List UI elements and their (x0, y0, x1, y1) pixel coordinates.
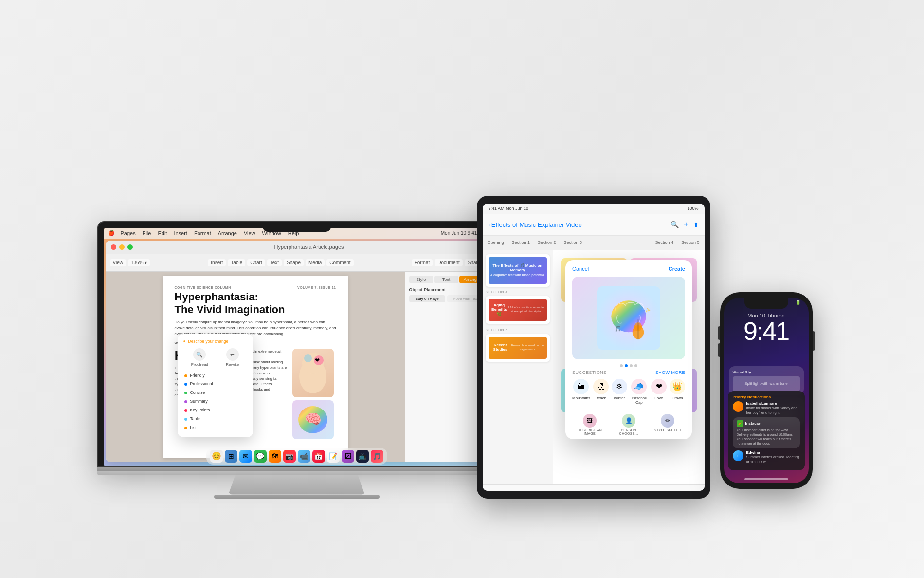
ai-writing-popup[interactable]: ✦ Describe your change 🔍 Proofread (178, 334, 253, 437)
toolbar-view[interactable]: View (110, 259, 127, 266)
ai-menu-friendly[interactable]: Friendly (182, 372, 248, 380)
ai-menu-list[interactable]: List (182, 424, 248, 432)
menu-pages[interactable]: Pages (121, 230, 136, 236)
crown-icon: 👑 (670, 379, 685, 394)
toolbar-text[interactable]: Text (267, 259, 282, 266)
proofread-btn[interactable]: 🔍 Proofread (191, 348, 208, 367)
toolbar-shape[interactable]: Shape (284, 259, 304, 266)
slide-1-thumb: The Effects of 🎵 Music on Memory A cogni… (489, 257, 547, 284)
slide-section-header: Section 4 Aging Benefits 🌿 LA Let's comp… (486, 290, 550, 324)
maximize-button[interactable] (127, 244, 133, 250)
iphone-time-display: Mon 10 Tiburon 9:41 (724, 313, 809, 344)
share-icon[interactable]: ⬆ (693, 221, 699, 228)
menu-view[interactable]: View (244, 230, 255, 236)
stay-on-page-btn[interactable]: Stay on Page (409, 295, 446, 302)
close-button[interactable] (111, 244, 116, 250)
suggestion-mountains[interactable]: 🏔 Mountains (572, 379, 590, 405)
pages-content-area: COGNITIVE SCIENCE COLUMN VOLUME 7, ISSUE… (106, 272, 488, 462)
ai-describe-label: Describe your change (188, 339, 229, 345)
dock-music[interactable]: 🎵 (371, 450, 383, 462)
minimize-button[interactable] (119, 244, 125, 250)
notif-isabella[interactable]: I Isabella Lamarre Invite for dinner wit… (733, 401, 800, 415)
show-more-btn[interactable]: SHOW MORE (655, 370, 685, 375)
dock-mail[interactable]: ✉ (239, 450, 252, 462)
modal-cancel-btn[interactable]: Cancel (572, 266, 589, 272)
tab-text[interactable]: Text (434, 276, 458, 283)
iphone-widget-row-1: Visual Sty... Split light with warm tone (729, 366, 804, 395)
person-choose-btn[interactable]: 👤 PERSON CHOOSE... (611, 414, 646, 435)
section-opening[interactable]: Opening (488, 240, 504, 245)
zoom-in-icon[interactable]: + (694, 489, 697, 491)
power-btn[interactable] (813, 331, 815, 351)
suggestion-baseball-cap[interactable]: 🧢 Baseball Cap (630, 379, 648, 405)
keynote-back-btn[interactable]: ‹ Effects of Music Explainer Video (489, 221, 582, 228)
toolbar-comment[interactable]: Comment (326, 259, 353, 266)
section-5[interactable]: Section 5 (681, 240, 700, 245)
pages-window: Hyperphantasia Article.pages View 136% ▾… (106, 241, 488, 462)
modal-create-btn[interactable]: Create (669, 266, 685, 272)
ai-menu-professional[interactable]: Professional (182, 380, 248, 389)
ai-menu-table[interactable]: Table (182, 415, 248, 424)
toolbar-table[interactable]: Table (228, 259, 245, 266)
list-label: List (190, 425, 197, 431)
style-sketch-btn[interactable]: ✏ STYLE SKETCH (650, 414, 685, 435)
dock-appletv[interactable]: 📺 (356, 450, 369, 462)
describe-image-btn[interactable]: 🖼 DESCRIBE AN IMAGE (572, 414, 607, 435)
toolbar-insert[interactable]: Insert (208, 259, 226, 266)
search-icon[interactable]: 🔍 (670, 221, 679, 228)
dock-photos2[interactable]: 🖼 (342, 450, 354, 462)
volume-up-btn[interactable] (718, 326, 720, 340)
rewrite-btn[interactable]: ↩ Rewrite (226, 348, 239, 367)
tab-style[interactable]: Style (409, 276, 434, 283)
toolbar-media[interactable]: Media (306, 259, 325, 266)
macbook-foot (214, 495, 380, 499)
dock-photos[interactable]: 📷 (283, 450, 296, 462)
play-icon[interactable]: ▶ (489, 489, 495, 491)
suggestion-love[interactable]: ❤ Love (651, 379, 667, 405)
iphone-notifications: Priority Notifications I Isabella Lamarr… (724, 391, 809, 473)
slide-4-title: Recent Studies (490, 343, 510, 352)
section-3[interactable]: Section 3 (564, 240, 582, 245)
notif-instacart[interactable]: 🥕 Instacart Your Instacart order is on t… (733, 417, 800, 448)
home-indicator[interactable] (744, 478, 788, 480)
ai-menu-concise[interactable]: Concise (182, 389, 248, 397)
toolbar-format[interactable]: Format (412, 259, 433, 266)
dock-maps[interactable]: 🗺 (269, 450, 281, 462)
section-4[interactable]: Section 4 (655, 240, 673, 245)
dock-messages[interactable]: 💬 (254, 450, 267, 462)
volume-down-btn[interactable] (718, 343, 720, 357)
beach-label: Beach (596, 396, 607, 400)
zoom-out-icon[interactable]: − (685, 489, 688, 491)
toolbar-zoom[interactable]: 136% ▾ (128, 259, 150, 266)
notif-edwina[interactable]: E Edwina Summer Interns arrived. Meeting… (733, 450, 800, 465)
suggestion-crown[interactable]: 👑 Crown (670, 379, 685, 405)
menu-format[interactable]: Format (194, 230, 211, 236)
section-1[interactable]: Section 1 (512, 240, 530, 245)
macbook-stand (229, 475, 365, 495)
dock-finder[interactable]: 😊 (210, 450, 223, 462)
slide-thumb-4[interactable]: Recent Studies Research focused on the v… (486, 334, 550, 362)
suggestion-beach[interactable]: 🏖 Beach (593, 379, 609, 405)
keynote-back-label: Effects of Music Explainer Video (491, 221, 582, 228)
svg-text:✨: ✨ (645, 307, 651, 313)
dock-facetime[interactable]: 📹 (298, 450, 310, 462)
dock-notes[interactable]: 📝 (327, 450, 340, 462)
dock-launchpad[interactable]: ⊞ (225, 450, 237, 462)
menu-file[interactable]: File (143, 230, 151, 236)
add-icon[interactable]: + (684, 220, 688, 229)
ai-menu-summary[interactable]: Summary (182, 397, 248, 406)
table-dot (184, 418, 187, 421)
dock-calendar[interactable]: 📅 (312, 450, 325, 462)
ai-menu-keypoints[interactable]: Key Points (182, 406, 248, 415)
section-2[interactable]: Section 2 (538, 240, 556, 245)
keypoints-dot (184, 409, 187, 412)
menu-insert[interactable]: Insert (174, 230, 187, 236)
slide-thumb-3[interactable]: Aging Benefits 🌿 LA Let's compile source… (486, 296, 550, 324)
menu-edit[interactable]: Edit (158, 230, 167, 236)
slide-thumb-1[interactable]: The Effects of 🎵 Music on Memory A cogni… (486, 254, 550, 287)
apple-menu[interactable]: 🍎 (108, 230, 115, 236)
toolbar-chart[interactable]: Chart (247, 259, 265, 266)
suggestion-winter[interactable]: ❄ Winter (612, 379, 627, 405)
menu-arrange[interactable]: Arrange (218, 230, 237, 236)
toolbar-document[interactable]: Document (435, 259, 463, 266)
